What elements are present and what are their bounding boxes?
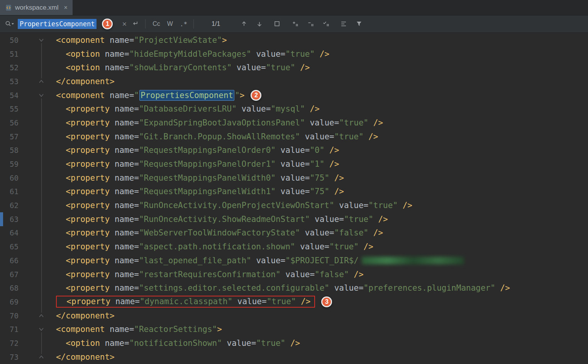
code-token: <property xyxy=(56,215,110,224)
match-case-toggle[interactable]: Cc xyxy=(153,20,160,27)
code-token: /> xyxy=(349,270,364,279)
annotation-badge-2: 2 xyxy=(251,90,261,101)
code-line-67[interactable]: 67 <property name="restartRequiresConfir… xyxy=(0,267,588,281)
select-all-occurrences-icon[interactable] xyxy=(322,20,330,28)
code-line-63[interactable]: 63 <property name="RunOnceActivity.ShowR… xyxy=(0,212,588,226)
find-in-selection-icon[interactable] xyxy=(273,20,281,28)
fold-collapse-icon[interactable] xyxy=(36,88,46,102)
search-results-list-icon[interactable] xyxy=(340,20,347,28)
code-token: "RequestMappingsPanelOrder1" xyxy=(139,159,276,169)
line-number: 50 xyxy=(0,36,19,44)
code-token: "false" xyxy=(315,270,349,279)
code-token: "75" xyxy=(310,173,329,183)
fold-end-icon[interactable] xyxy=(36,350,46,364)
line-number: 64 xyxy=(0,229,19,237)
remove-occurrence-icon[interactable] xyxy=(307,20,314,28)
find-bar: PropertiesComponent 1 × Cc W .* 1/1 xyxy=(0,15,588,33)
code-token: "1" xyxy=(310,159,324,169)
editor[interactable]: 50<component name="ProjectViewState">51 … xyxy=(0,33,588,364)
code-line-69[interactable]: 69 <property name="dynamic.classpath" va… xyxy=(0,295,588,309)
code-text: </component> xyxy=(56,77,115,86)
code-text: <component name="ProjectViewState"> xyxy=(56,36,227,45)
code-line-65[interactable]: 65 <property name="aspect.path.notificat… xyxy=(0,240,588,254)
tab-title: workspace.xml xyxy=(15,4,58,12)
line-number: 57 xyxy=(0,132,19,141)
code-token: "showLibraryContents" xyxy=(129,63,232,72)
code-line-70[interactable]: 70</component> xyxy=(0,309,588,323)
previous-occurrence-icon[interactable] xyxy=(240,20,248,28)
code-token: <property xyxy=(56,270,110,279)
code-line-59[interactable]: 59 <property name="RequestMappingsPanelO… xyxy=(0,157,588,171)
code-line-66[interactable]: 66 <property name="last_opened_file_path… xyxy=(0,254,588,267)
code-line-62[interactable]: 62 <property name="RunOnceActivity.OpenP… xyxy=(0,198,588,212)
code-line-61[interactable]: 61 <property name="RequestMappingsPanelW… xyxy=(0,185,588,199)
code-line-51[interactable]: 51 <option name="hideEmptyMiddlePackages… xyxy=(0,47,588,61)
code-token: name= xyxy=(110,118,139,127)
code-line-64[interactable]: 64 <property name="WebServerToolWindowFa… xyxy=(0,226,588,240)
code-text: <property name="last_opened_file_path" v… xyxy=(56,256,464,265)
code-line-73[interactable]: 73</component> xyxy=(0,350,588,364)
regex-toggle[interactable]: .* xyxy=(180,20,187,28)
fold-collapse-icon[interactable] xyxy=(36,322,46,336)
add-occurrence-icon[interactable] xyxy=(291,20,299,28)
fold-guide xyxy=(36,198,46,212)
code-token: <property xyxy=(56,283,110,293)
code-token: /> xyxy=(305,104,320,113)
search-icon[interactable] xyxy=(5,20,15,28)
code-token: value= xyxy=(232,63,266,72)
code-line-54[interactable]: 54<component name="PropertiesComponent">… xyxy=(0,88,588,102)
words-toggle[interactable]: W xyxy=(167,20,173,27)
clear-search-icon[interactable]: × xyxy=(122,20,127,29)
fold-guide xyxy=(36,157,46,171)
line-number: 69 xyxy=(0,298,19,306)
code-token: /> xyxy=(359,242,373,251)
fold-guide xyxy=(36,171,46,185)
code-line-52[interactable]: 52 <option name="showLibraryContents" va… xyxy=(0,61,588,74)
tab-workspace-xml[interactable]: workspace.xml × xyxy=(0,0,73,15)
code-text: <component name="PropertiesComponent">2 xyxy=(56,90,261,101)
filter-icon[interactable] xyxy=(355,20,363,28)
code-token: <option xyxy=(56,63,100,72)
tab-close-icon[interactable]: × xyxy=(64,4,67,11)
code-token: "true" xyxy=(334,132,364,141)
code-text: <property name="dynamic.classpath" value… xyxy=(56,296,332,308)
fold-guide xyxy=(36,336,46,350)
code-line-72[interactable]: 72 <option name="notificationShown" valu… xyxy=(0,336,588,350)
line-number: 55 xyxy=(0,105,19,113)
code-token: <property xyxy=(56,146,110,155)
code-line-57[interactable]: 57 <property name="Git.Branch.Popup.Show… xyxy=(0,130,588,144)
line-number: 67 xyxy=(0,270,19,279)
code-token: "Git.Branch.Popup.ShowAllRemotes" xyxy=(139,132,300,141)
code-line-50[interactable]: 50<component name="ProjectViewState"> xyxy=(0,33,588,47)
code-token: name= xyxy=(110,242,139,251)
line-number: 68 xyxy=(0,284,19,292)
code-line-71[interactable]: 71<component name="ReactorSettings"> xyxy=(0,322,588,336)
fold-guide xyxy=(36,47,46,61)
match-counter: 1/1 xyxy=(212,20,220,27)
code-token: name= xyxy=(110,283,139,293)
next-occurrence-icon[interactable] xyxy=(256,20,263,28)
code-line-68[interactable]: 68 <property name="settings.editor.selec… xyxy=(0,281,588,295)
fold-end-icon[interactable] xyxy=(36,74,46,88)
fold-guide xyxy=(36,144,46,157)
code-token: "restartRequiresConfirmation" xyxy=(139,270,281,279)
code-line-56[interactable]: 56 <property name="ExpandSpringBootJavaO… xyxy=(0,116,588,130)
code-line-55[interactable]: 55 <property name="DatabaseDriversLRU" v… xyxy=(0,102,588,116)
fold-collapse-icon[interactable] xyxy=(36,33,46,47)
code-line-53[interactable]: 53</component> xyxy=(0,74,588,88)
code-token: "$PROJECT_DIR$/ xyxy=(285,256,359,265)
new-line-icon[interactable] xyxy=(131,20,139,28)
search-input[interactable]: PropertiesComponent xyxy=(18,19,97,29)
code-text: <property name="WebServerToolWindowFacto… xyxy=(56,228,383,237)
code-token: value= xyxy=(276,173,310,183)
code-text: <property name="restartRequiresConfirmat… xyxy=(56,270,364,279)
caret-line-marker xyxy=(0,212,3,226)
fold-end-icon[interactable] xyxy=(36,309,46,323)
code-line-60[interactable]: 60 <property name="RequestMappingsPanelW… xyxy=(0,171,588,185)
code-line-58[interactable]: 58 <property name="RequestMappingsPanelO… xyxy=(0,144,588,157)
code-token: /> xyxy=(329,173,344,183)
code-text: <property name="RunOnceActivity.OpenProj… xyxy=(56,201,412,210)
code-token: "true" xyxy=(256,339,285,348)
code-token: value= xyxy=(300,132,334,141)
code-token: "hideEmptyMiddlePackages" xyxy=(129,49,251,59)
